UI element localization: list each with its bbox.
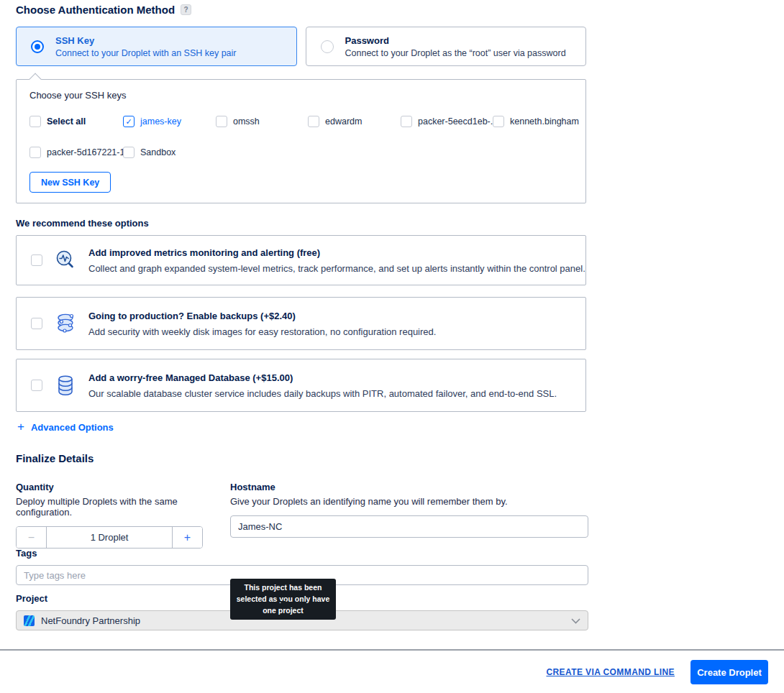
checkbox-icon[interactable] [31, 254, 42, 266]
auth-option-ssh-key[interactable]: SSH Key Connect to your Droplet with an … [16, 27, 297, 66]
checkbox-icon[interactable] [123, 147, 135, 158]
backups-icon [53, 311, 78, 336]
chevron-down-icon [571, 614, 580, 627]
create-droplet-button[interactable]: Create Droplet [690, 660, 768, 684]
auth-option-password[interactable]: Password Connect to your Droplet as the … [306, 27, 587, 66]
recommend-option-desc: Add security with weekly disk images for… [88, 326, 436, 337]
managed-database-icon [53, 372, 78, 398]
project-tooltip: This project has been selected as you on… [230, 579, 336, 620]
ssh-key-item-edwardm[interactable]: edwardm [308, 116, 362, 127]
netfoundry-project-icon [24, 615, 35, 626]
recommend-option-metrics[interactable]: Add improved metrics monitoring and aler… [16, 235, 586, 285]
new-ssh-key-button[interactable]: New SSH Key [29, 172, 111, 193]
checkbox-icon[interactable] [401, 116, 412, 127]
ssh-key-item-sandbox[interactable]: Sandbox [123, 147, 176, 158]
quantity-stepper[interactable]: − 1 Droplet + [16, 526, 203, 549]
auth-option-title: SSH Key [55, 35, 237, 46]
checkbox-icon[interactable] [493, 116, 504, 127]
advanced-options-link[interactable]: + Advanced Options [17, 420, 114, 434]
panel-notch [29, 73, 42, 86]
quantity-decrease-button[interactable]: − [17, 527, 47, 548]
auth-option-title: Password [345, 35, 566, 46]
checkbox-icon[interactable] [29, 147, 41, 158]
help-icon[interactable]: ? [181, 4, 191, 15]
quantity-label: Quantity [16, 482, 217, 492]
ssh-keys-panel: Choose your SSH keys Select all ✓ james-… [16, 79, 586, 203]
recommend-section-label: We recommend these options [16, 218, 149, 229]
radio-selected-icon[interactable] [31, 40, 44, 53]
advanced-options-label: Advanced Options [31, 422, 114, 433]
ssh-key-item-packer-5d167221[interactable]: packer-5d167221-1... [29, 147, 132, 158]
ssh-key-label: james-key [140, 116, 181, 127]
ssh-key-label: kenneth.bingham [510, 116, 579, 127]
finalize-section-title: Finalize Details [16, 452, 94, 464]
ssh-key-label: packer-5d167221-1... [47, 147, 132, 157]
checkbox-icon[interactable] [216, 116, 227, 127]
hostname-label: Hostname [230, 482, 588, 492]
auth-option-desc: Connect to your Droplet with an SSH key … [55, 48, 237, 58]
ssh-key-label: edwardm [325, 116, 362, 127]
ssh-key-label: omssh [233, 116, 260, 127]
hostname-input[interactable] [230, 515, 588, 538]
recommend-option-desc: Collect and graph expanded system-level … [88, 263, 585, 274]
select-all-label: Select all [47, 116, 86, 127]
ssh-key-label: packer-5eecd1eb-... [418, 116, 498, 127]
quantity-increase-button[interactable]: + [172, 527, 202, 548]
checkbox-icon[interactable] [31, 318, 42, 329]
hostname-desc: Give your Droplets an identifying name y… [230, 496, 588, 507]
recommend-option-title: Add improved metrics monitoring and aler… [88, 247, 585, 258]
ssh-key-item-kenneth-bingham[interactable]: kenneth.bingham [493, 116, 579, 127]
auth-section-title-text: Choose Authentication Method [16, 4, 175, 16]
footer-divider [0, 649, 784, 651]
checkbox-icon[interactable] [29, 116, 41, 127]
metrics-monitoring-icon [53, 247, 78, 273]
auth-section-title: Choose Authentication Method ? [16, 4, 191, 16]
ssh-keys-label: Choose your SSH keys [29, 90, 126, 101]
checkbox-icon[interactable] [31, 380, 42, 391]
recommend-option-desc: Our scalable database cluster service in… [88, 388, 557, 399]
ssh-key-item-omssh[interactable]: omssh [216, 116, 260, 127]
ssh-key-label: Sandbox [140, 147, 176, 157]
ssh-key-item-james-key[interactable]: ✓ james-key [123, 116, 181, 127]
select-all-checkbox-item[interactable]: Select all [29, 116, 86, 127]
recommend-option-backups[interactable]: Going to production? Enable backups (+$2… [16, 297, 586, 350]
recommend-option-title: Going to production? Enable backups (+$2… [88, 311, 436, 321]
auth-option-desc: Connect to your Droplet as the “root” us… [345, 48, 566, 58]
quantity-value: 1 Droplet [47, 527, 172, 548]
radio-unselected-icon[interactable] [321, 40, 334, 53]
tags-label: Tags [16, 548, 588, 559]
quantity-desc: Deploy multiple Droplets with the same c… [16, 496, 217, 518]
checkbox-icon[interactable] [308, 116, 319, 127]
recommend-option-title: Add a worry-free Managed Database (+$15.… [88, 372, 557, 383]
checkbox-checked-icon[interactable]: ✓ [123, 116, 135, 127]
recommend-option-managed-database[interactable]: Add a worry-free Managed Database (+$15.… [16, 359, 586, 412]
tooltip-arrow-icon [279, 601, 286, 605]
create-via-command-line-link[interactable]: CREATE VIA COMMAND LINE [546, 667, 675, 677]
plus-icon: + [17, 420, 24, 434]
ssh-key-item-packer-5eecd1eb[interactable]: packer-5eecd1eb-... [401, 116, 498, 127]
